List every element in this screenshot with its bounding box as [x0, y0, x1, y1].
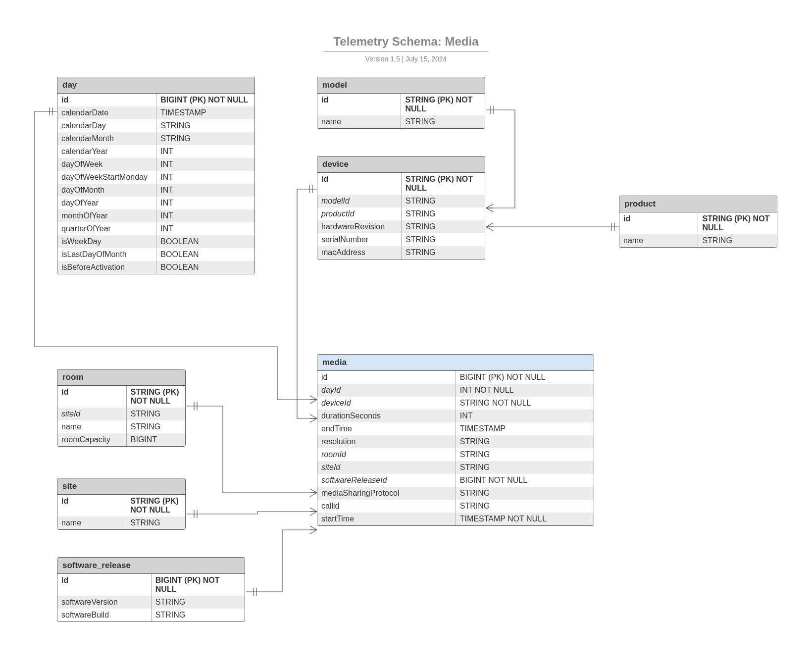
column-row: siteIdSTRING: [317, 461, 594, 474]
column-type: STRING (PK) NOT NULL: [698, 212, 777, 234]
column-name: name: [57, 420, 126, 433]
column-row: callidSTRING: [317, 500, 594, 513]
column-type: STRING (PK) NOT NULL: [126, 495, 185, 516]
column-type: BOOLEAN: [156, 248, 254, 261]
column-type: STRING (PK) NOT NULL: [402, 173, 485, 195]
column-row: idSTRING (PK) NOT NULL: [317, 173, 485, 195]
entity-site: siteidSTRING (PK) NOT NULLnameSTRING: [57, 478, 186, 530]
column-name: id: [619, 212, 698, 234]
column-name: deviceId: [317, 397, 456, 410]
entity-header: device: [317, 156, 485, 173]
column-row: softwareReleaseIdBIGINT NOT NULL: [317, 474, 594, 487]
column-name: softwareReleaseId: [317, 474, 456, 487]
column-name: durationSeconds: [317, 410, 456, 422]
column-row: calendarMonthSTRING: [57, 132, 254, 145]
column-type: INT: [156, 197, 254, 209]
column-row: idBIGINT (PK) NOT NULL: [317, 371, 594, 384]
column-type: STRING: [456, 487, 594, 500]
column-name: macAddress: [317, 246, 402, 259]
column-type: BOOLEAN: [156, 261, 254, 274]
column-name: calendarYear: [57, 145, 156, 158]
column-row: macAddressSTRING: [317, 246, 485, 259]
column-row: resolutionSTRING: [317, 435, 594, 448]
column-name: dayId: [317, 384, 456, 397]
column-name: resolution: [317, 435, 456, 448]
entity-header: software_release: [57, 558, 245, 574]
entity-columns: idSTRING (PK) NOT NULLnameSTRING: [57, 495, 185, 529]
column-name: dayOfYear: [57, 197, 156, 209]
column-name: mediaSharingProtocol: [317, 487, 456, 500]
column-type: INT: [156, 158, 254, 171]
entity-model: modelidSTRING (PK) NOT NULLnameSTRING: [317, 77, 485, 129]
column-type: STRING: [126, 408, 185, 420]
entity-media: mediaidBIGINT (PK) NOT NULLdayIdINT NOT …: [317, 354, 594, 526]
entity-columns: idBIGINT (PK) NOT NULLcalendarDateTIMEST…: [57, 94, 254, 274]
column-name: serialNumber: [317, 233, 402, 246]
entity-header: media: [317, 355, 594, 371]
column-row: siteIdSTRING: [57, 408, 185, 420]
column-name: softwareBuild: [57, 609, 151, 621]
column-type: INT: [156, 171, 254, 184]
column-type: STRING: [456, 461, 594, 474]
column-name: modelId: [317, 195, 402, 207]
column-type: STRING (PK) NOT NULL: [401, 94, 485, 115]
column-name: dayOfWeekStartMonday: [57, 171, 156, 184]
column-name: name: [57, 516, 126, 529]
column-row: startTimeTIMESTAMP NOT NULL: [317, 513, 594, 525]
column-type: STRING: [402, 220, 485, 233]
column-name: id: [57, 495, 126, 516]
column-row: isLastDayOfMonthBOOLEAN: [57, 248, 254, 261]
column-type: STRING: [126, 420, 185, 433]
column-row: monthOfYearINT: [57, 209, 254, 222]
column-row: idSTRING (PK) NOT NULL: [57, 386, 185, 408]
column-name: dayOfMonth: [57, 184, 156, 197]
column-row: dayIdINT NOT NULL: [317, 384, 594, 397]
column-type: STRING: [402, 233, 485, 246]
column-row: nameSTRING: [619, 234, 777, 247]
column-row: softwareVersionSTRING: [57, 596, 245, 609]
column-name: dayOfWeek: [57, 158, 156, 171]
column-name: id: [317, 94, 401, 115]
column-row: serialNumberSTRING: [317, 233, 485, 246]
column-type: BIGINT (PK) NOT NULL: [156, 94, 254, 106]
entity-header: model: [317, 77, 485, 94]
column-name: isWeekDay: [57, 235, 156, 248]
column-name: name: [317, 115, 401, 128]
column-type: STRING: [156, 119, 254, 132]
column-row: endTimeTIMESTAMP: [317, 422, 594, 435]
column-row: dayOfWeekStartMondayINT: [57, 171, 254, 184]
column-row: idSTRING (PK) NOT NULL: [317, 94, 485, 115]
column-type: BIGINT (PK) NOT NULL: [456, 371, 594, 384]
column-row: hardwareRevisionSTRING: [317, 220, 485, 233]
entity-room: roomidSTRING (PK) NOT NULLsiteIdSTRINGna…: [57, 369, 186, 447]
entity-header: room: [57, 369, 185, 386]
column-type: BIGINT NOT NULL: [456, 474, 594, 487]
column-row: roomIdSTRING: [317, 448, 594, 461]
column-type: STRING: [151, 596, 245, 609]
entity-header: site: [57, 478, 185, 495]
column-type: STRING: [456, 448, 594, 461]
column-type: STRING NOT NULL: [456, 397, 594, 410]
column-name: siteId: [57, 408, 126, 420]
column-row: softwareBuildSTRING: [57, 609, 245, 621]
column-name: isLastDayOfMonth: [57, 248, 156, 261]
column-row: nameSTRING: [57, 516, 185, 529]
column-row: durationSecondsINT: [317, 410, 594, 422]
column-type: STRING: [456, 500, 594, 513]
column-name: productId: [317, 207, 402, 220]
column-row: modelIdSTRING: [317, 195, 485, 207]
column-row: nameSTRING: [317, 115, 485, 128]
column-type: BIGINT: [126, 433, 185, 446]
column-row: calendarYearINT: [57, 145, 254, 158]
entity-columns: idSTRING (PK) NOT NULLsiteIdSTRINGnameST…: [57, 386, 185, 446]
column-type: BOOLEAN: [156, 235, 254, 248]
column-name: startTime: [317, 513, 456, 525]
entity-product: productidSTRING (PK) NOT NULLnameSTRING: [619, 196, 777, 248]
column-name: siteId: [317, 461, 456, 474]
column-row: mediaSharingProtocolSTRING: [317, 487, 594, 500]
column-row: nameSTRING: [57, 420, 185, 433]
entity-software_release: software_releaseidBIGINT (PK) NOT NULLso…: [57, 557, 245, 622]
entity-header: product: [619, 196, 777, 212]
column-row: productIdSTRING: [317, 207, 485, 220]
column-type: STRING: [402, 207, 485, 220]
